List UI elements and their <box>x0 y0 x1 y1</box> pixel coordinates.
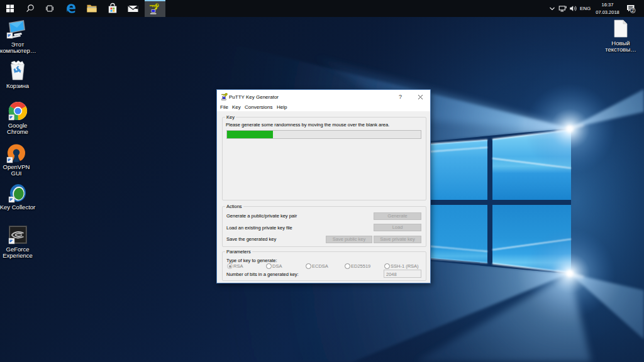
svg-text:2: 2 <box>631 8 634 13</box>
